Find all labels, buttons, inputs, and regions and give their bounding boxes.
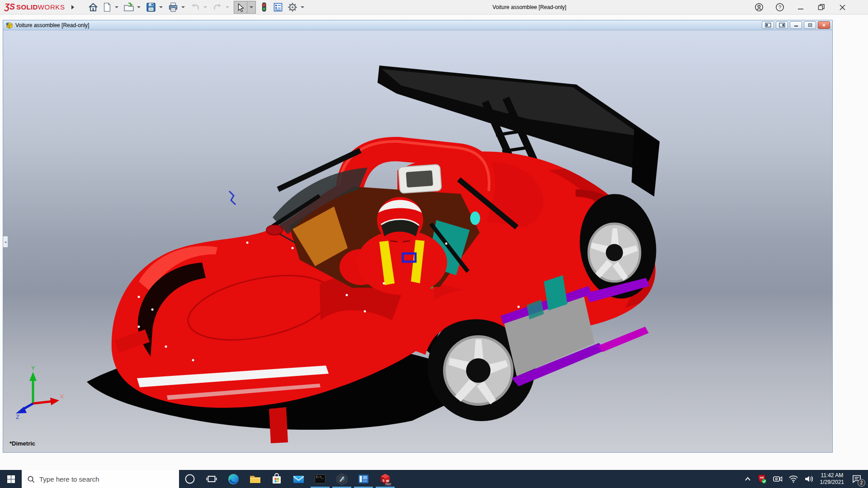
app-window-title: Voiture assomblee [Read-only]: [477, 0, 581, 14]
save-icon: [146, 2, 156, 13]
options-button[interactable]: [286, 1, 299, 14]
print-dropdown[interactable]: [181, 6, 185, 8]
close-button[interactable]: [837, 2, 847, 12]
svg-text:?: ?: [778, 5, 781, 10]
options-gear-icon: [287, 2, 298, 13]
undo-icon: [190, 2, 201, 13]
account-icon: [755, 3, 764, 12]
save-dropdown[interactable]: [159, 6, 163, 8]
taskbar-mail-button[interactable]: [288, 470, 309, 488]
file-properties-icon: [273, 2, 283, 13]
clock-time: 11:42 AM: [820, 472, 844, 479]
hexagon-app-icon: [336, 473, 348, 485]
cortana-icon: [184, 474, 195, 484]
doc-pane-right-button[interactable]: [776, 21, 788, 29]
quick-access-toolbar: [86, 1, 307, 14]
windows-logo-icon: [7, 475, 15, 483]
file-properties-button[interactable]: [271, 1, 285, 14]
document-titlebar[interactable]: Voiture assomblee [Read-only]: [3, 20, 832, 30]
restore-button[interactable]: [816, 2, 826, 12]
store-icon: [271, 473, 283, 485]
taskbar-search[interactable]: [22, 470, 179, 488]
select-tool-dropdown[interactable]: [247, 1, 255, 13]
intake-box: [398, 164, 442, 193]
pane-left-icon: [765, 23, 771, 28]
triad-y-label: Y: [31, 366, 35, 371]
task-view-button[interactable]: [201, 470, 222, 488]
home-button[interactable]: [86, 1, 100, 14]
task-view-icon: [206, 474, 217, 484]
taskbar-hexagon-app-button[interactable]: [331, 470, 353, 488]
file-explorer-icon: [249, 473, 261, 485]
doc-minimize-button[interactable]: [790, 21, 802, 29]
taskbar-media-app-button[interactable]: [353, 470, 374, 488]
wifi-icon[interactable]: [788, 475, 798, 483]
redo-button[interactable]: [211, 1, 224, 14]
rebuild-button[interactable]: [258, 1, 270, 14]
options-dropdown[interactable]: [301, 6, 304, 8]
doc-restore-button[interactable]: [804, 21, 816, 29]
cortana-button[interactable]: [179, 470, 201, 488]
svg-text:2021: 2021: [385, 482, 392, 486]
print-button[interactable]: [166, 1, 180, 14]
minimize-icon: [797, 4, 804, 10]
help-icon: ?: [775, 3, 784, 12]
minimize-button[interactable]: [796, 2, 806, 12]
logo-expand-arrow-icon[interactable]: [71, 5, 74, 9]
action-center-button[interactable]: 2: [850, 472, 863, 486]
notification-badge: 2: [858, 479, 865, 487]
rebuild-traffic-light-icon: [259, 1, 269, 13]
undo-dropdown[interactable]: [203, 6, 207, 8]
open-dropdown[interactable]: [137, 6, 141, 8]
view-orientation-label: *Dimetric: [9, 440, 35, 447]
edge-icon: [227, 473, 240, 485]
redo-dropdown[interactable]: [226, 6, 229, 8]
volume-icon[interactable]: [804, 475, 814, 483]
triad-z-label: Z: [16, 413, 19, 419]
svg-text:S: S: [382, 479, 385, 482]
help-button[interactable]: ?: [775, 2, 785, 12]
screen: ƷS SOLID WORKS: [0, 0, 868, 488]
solidworks-logo-glyph: ƷS: [5, 2, 15, 12]
media-app-icon: [358, 473, 369, 485]
document-title: Voiture assomblee [Read-only]: [15, 22, 89, 28]
save-button[interactable]: [144, 1, 158, 14]
doc-close-button[interactable]: ×: [818, 21, 830, 29]
reference-triad: Y X Z: [11, 366, 65, 419]
search-input[interactable]: [39, 475, 157, 483]
undo-button[interactable]: [189, 1, 202, 14]
graphics-viewport[interactable]: ◂ Y X Z *Dimetric: [3, 30, 832, 452]
app-window-controls: ?: [754, 0, 847, 14]
svg-text:C:\_: C:\_: [316, 475, 324, 479]
pane-right-icon: [779, 23, 785, 28]
doc-pane-left-button[interactable]: [762, 21, 774, 29]
panel-collapse-arrow[interactable]: ◂: [3, 236, 8, 248]
solidworks-tray-icon[interactable]: SW: [758, 474, 767, 484]
select-tool-button[interactable]: [234, 1, 247, 14]
taskbar-file-explorer-button[interactable]: [244, 470, 266, 488]
meet-now-icon[interactable]: [773, 475, 783, 483]
taskbar-clock[interactable]: 11:42 AM 1/29/2021: [820, 472, 844, 486]
assembly-icon: [5, 22, 13, 29]
taskbar-terminal-button[interactable]: C:\_: [309, 470, 331, 488]
taskbar-solidworks-button[interactable]: S W 2021: [374, 470, 396, 488]
tray-chevron-icon[interactable]: [744, 476, 752, 482]
app-titlebar: ƷS SOLID WORKS: [0, 0, 868, 14]
account-button[interactable]: [754, 2, 764, 12]
start-button[interactable]: [0, 470, 22, 488]
new-document-dropdown[interactable]: [115, 6, 118, 8]
new-document-icon: [102, 2, 112, 13]
open-button[interactable]: [122, 1, 136, 14]
select-tool-group: [234, 1, 256, 14]
new-document-button[interactable]: [101, 1, 113, 14]
restore-icon: [818, 4, 825, 11]
system-tray: SW 11:42 AM 1/29/202: [744, 470, 868, 488]
select-arrow-icon: [236, 2, 245, 13]
search-icon: [27, 475, 35, 483]
taskbar-edge-button[interactable]: [222, 470, 244, 488]
svg-text:SW: SW: [760, 476, 764, 479]
taskbar-store-button[interactable]: [266, 470, 288, 488]
car-model: [3, 30, 832, 452]
solidworks-logo: ƷS SOLID WORKS: [5, 2, 65, 12]
open-icon: [123, 2, 134, 13]
